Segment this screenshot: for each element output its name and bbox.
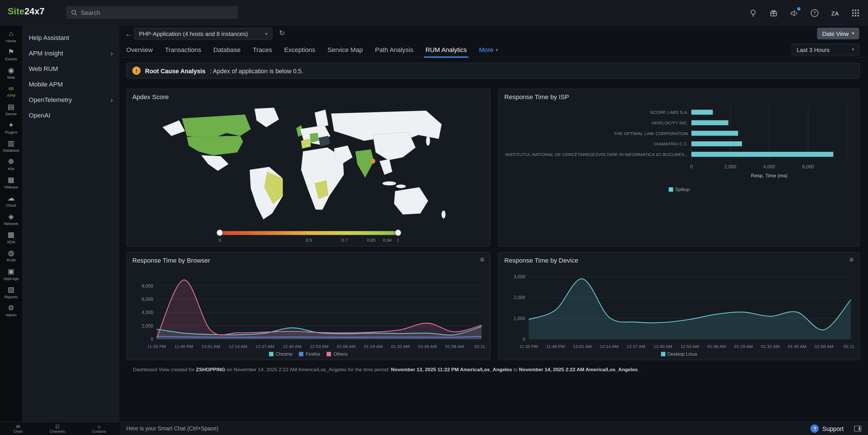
chevron-right-icon: › [111, 96, 113, 104]
application-selector[interactable]: PHP-Application (4 hosts and 8 instances… [134, 28, 272, 40]
country-mexico[interactable] [202, 155, 228, 171]
rail-item-label: Server [5, 112, 17, 116]
rail-item-server[interactable]: ▤Server [0, 101, 22, 119]
applogs-icon: ▣ [8, 267, 14, 275]
rail-item-reports[interactable]: ▧Reports [0, 284, 22, 302]
legend-item-desktop-linux[interactable]: Desktop Linux [661, 351, 697, 357]
svg-text:01:19 AM: 01:19 AM [734, 344, 753, 349]
time-range-select[interactable]: Last 3 Hours ▾ [792, 44, 859, 55]
sidebar-item-openai[interactable]: OpenAI [22, 108, 119, 123]
admin-icon: ⚙ [8, 304, 14, 312]
region-se-asia[interactable] [380, 159, 392, 175]
slider-handle-max[interactable] [395, 229, 401, 236]
legend-swatch [661, 352, 665, 356]
main-content: ← PHP-Application (4 hosts and 8 instanc… [120, 26, 868, 422]
refresh-icon[interactable]: ↻ [279, 29, 285, 37]
vmware-icon: ▦ [8, 176, 14, 184]
tab-overview[interactable]: Overview [126, 42, 159, 58]
rail-item-network[interactable]: ◈Network [0, 211, 22, 229]
idea-icon[interactable] [748, 8, 758, 18]
sidebar-item-apm-insight[interactable]: APM Insight› [22, 46, 119, 61]
region-east-asia[interactable] [373, 132, 415, 160]
site24x7-logo[interactable]: Site24x7 [8, 7, 44, 17]
legend-swatch [669, 187, 673, 192]
apps-grid-icon[interactable] [851, 8, 860, 18]
tab-exceptions[interactable]: Exceptions [278, 42, 321, 58]
legend-item-others[interactable]: Others [327, 351, 348, 357]
global-search[interactable] [66, 6, 238, 19]
smart-chat-hint[interactable]: Here is your Smart Chat (Ctrl+Space) [126, 426, 218, 432]
world-map[interactable] [154, 106, 464, 222]
slider-handle-min[interactable] [216, 229, 223, 236]
svg-text:2,000: 2,000 [514, 295, 525, 300]
tab-more[interactable]: More▾ [473, 42, 504, 58]
rail-item-web[interactable]: ◉Web [0, 64, 22, 83]
country-bangladesh[interactable] [370, 158, 375, 164]
svg-text:4,000: 4,000 [142, 310, 153, 315]
panel-menu-icon[interactable]: ≡ [849, 255, 854, 264]
country-usa[interactable] [187, 136, 243, 155]
apdex-range-slider[interactable] [220, 231, 398, 235]
rail-item-cloud[interactable]: ☁Cloud [0, 192, 22, 211]
region-east-europe[interactable] [319, 136, 330, 147]
sidebar-item-label: OpenAI [29, 112, 50, 119]
svg-text:?: ? [813, 10, 816, 16]
footnote-segment: . [638, 367, 640, 372]
svg-text:ZA: ZA [831, 10, 839, 17]
tab-service-map[interactable]: Service Map [321, 42, 369, 58]
legend-label: Others [334, 351, 348, 357]
tab-transactions[interactable]: Transactions [159, 42, 207, 58]
tab-traces[interactable]: Traces [247, 42, 278, 58]
rail-item-k8s[interactable]: ☸K8s [0, 156, 22, 174]
rail-item-sdn[interactable]: ▩SDN [0, 229, 22, 247]
country-canada[interactable] [182, 115, 251, 139]
announcements-icon[interactable] [789, 8, 799, 18]
rail-item-plugins[interactable]: ✦Plugins [0, 119, 22, 138]
country-japan[interactable] [426, 136, 430, 146]
collapse-panel-icon[interactable] [854, 426, 861, 432]
sidebar-item-help-assistant[interactable]: Help Assistant [22, 30, 119, 46]
country-new-zealand[interactable] [442, 211, 446, 219]
rail-item-rum[interactable]: ◍RUM [0, 247, 22, 265]
tab-rum-analytics[interactable]: RUM Analytics [420, 42, 473, 58]
dock-item-contacts[interactable]: ☺Contacts [92, 424, 106, 433]
region-alaska[interactable] [163, 120, 185, 136]
legend-item-splitup[interactable]: Splitup [669, 187, 689, 192]
legend-swatch [269, 352, 274, 356]
date-view-button[interactable]: Date View ▾ [817, 28, 859, 39]
country-greenland[interactable] [255, 108, 279, 127]
country-france[interactable] [301, 139, 311, 149]
svg-text:6,000: 6,000 [142, 296, 153, 302]
rail-item-home[interactable]: ⌂Home [0, 28, 22, 46]
legend-item-firefox[interactable]: Firefox [299, 351, 320, 357]
rail-item-database[interactable]: ▥Database [0, 137, 22, 156]
rail-item-vmware[interactable]: ▦VMware [0, 174, 22, 193]
rail-item-events[interactable]: ⚑Events [0, 46, 22, 64]
search-input[interactable] [81, 9, 234, 16]
region-scandinavia[interactable] [315, 110, 328, 128]
panel-menu-icon[interactable]: ≡ [480, 255, 485, 264]
rail-item-admin[interactable]: ⚙Admin [0, 302, 22, 320]
events-icon: ⚑ [8, 48, 14, 56]
tab-database[interactable]: Database [207, 42, 247, 58]
country-australia[interactable] [394, 187, 428, 214]
country-indonesia[interactable] [383, 181, 396, 185]
sidebar-item-opentelemetry[interactable]: OpenTelemetry› [22, 92, 119, 108]
dock-item-channels[interactable]: ☷Channels [50, 424, 65, 433]
sidebar-item-web-rum[interactable]: Web RUM [22, 61, 119, 77]
country-india[interactable] [355, 149, 374, 178]
sidebar-item-mobile-apm[interactable]: Mobile APM [22, 77, 119, 92]
back-button[interactable]: ← [125, 29, 133, 38]
rail-item-applogs[interactable]: ▣AppLogs [0, 265, 22, 284]
rail-item-apm[interactable]: ∞APM [0, 83, 22, 101]
support-button[interactable]: ? Support [811, 424, 844, 433]
legend-item-chrome[interactable]: Chrome [269, 351, 292, 357]
search-icon [71, 9, 78, 16]
svg-text:DIAMATRIX C.C.: DIAMATRIX C.C. [654, 141, 688, 146]
tab-path-analysis[interactable]: Path Analysis [369, 42, 420, 58]
za-brand-icon[interactable]: ZA [830, 8, 840, 18]
help-icon[interactable]: ? [810, 8, 819, 18]
whats-new-icon[interactable] [769, 8, 778, 18]
country-indonesia-east[interactable] [396, 185, 406, 188]
dock-item-chats[interactable]: ✉Chats [13, 424, 23, 433]
